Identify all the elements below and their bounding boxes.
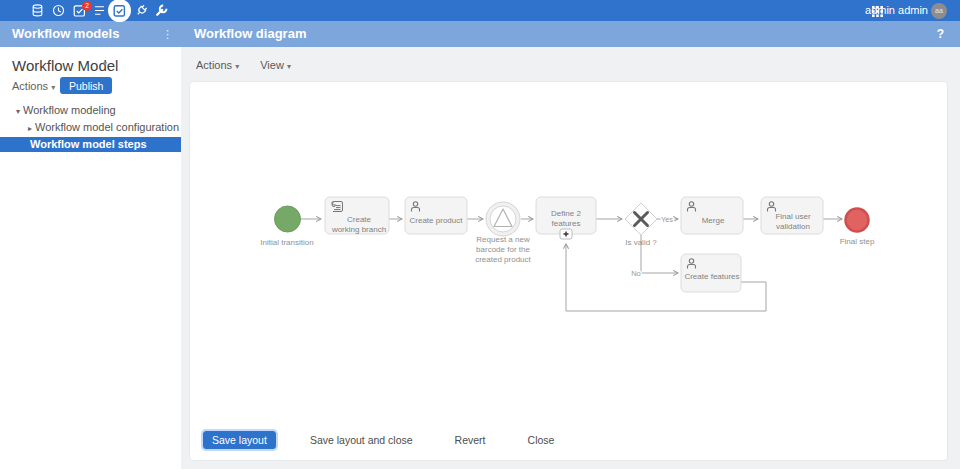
form-menubar: Actions ▾ View ▾ [196, 59, 309, 71]
node-end-event[interactable]: Final step [840, 209, 875, 247]
help-icon[interactable]: ? [937, 21, 944, 47]
svg-text:Initial transition: Initial transition [260, 238, 313, 247]
node-barcode-event[interactable]: Request a new barcode for the created pr… [475, 202, 531, 264]
workflow-check-icon[interactable] [108, 0, 131, 22]
close-button[interactable]: Close [520, 431, 563, 449]
sidebar: Workflow Model ▾ Actions ▾ Publish ▾Work… [0, 47, 181, 469]
node-final-user-validation[interactable]: Final user validation [761, 197, 823, 234]
page-title: Workflow diagram [194, 21, 306, 47]
svg-text:Final user: Final user [775, 212, 810, 221]
revert-button[interactable]: Revert [447, 431, 494, 449]
svg-text:Is valid ?: Is valid ? [625, 238, 657, 247]
actions-menu[interactable]: Actions ▾ [196, 59, 239, 71]
page-header: Workflow models ⋮ Workflow diagram ? [0, 21, 960, 47]
footer-buttons: Save layout Save layout and close Revert… [203, 431, 562, 449]
database-icon[interactable] [31, 4, 44, 17]
main-content: Actions ▾ View ▾ [181, 47, 960, 469]
tasks-icon[interactable]: 2 [73, 4, 86, 17]
chevron-down-icon: ▾ [235, 62, 239, 71]
svg-text:working branch: working branch [331, 225, 386, 234]
tasks-badge: 2 [82, 1, 92, 11]
plug-icon[interactable] [135, 4, 148, 17]
save-layout-button[interactable]: Save layout [203, 431, 276, 449]
svg-text:features: features [552, 219, 581, 228]
svg-text:Create: Create [347, 215, 372, 224]
wrench-icon[interactable] [155, 4, 168, 17]
chevron-down-icon: ▾ [287, 62, 291, 71]
chevron-down-icon[interactable]: ▾ [103, 59, 107, 68]
node-create-features[interactable]: Create features [681, 254, 741, 292]
publish-button[interactable]: Publish [60, 77, 112, 94]
node-create-working-branch[interactable]: Create working branch [325, 197, 389, 234]
edge-label-yes: Yes [661, 215, 673, 224]
svg-text:Define 2: Define 2 [551, 209, 581, 218]
tree-item-workflow-model-configuration[interactable]: ▸Workflow model configuration [0, 120, 181, 135]
top-app-bar: 2 admin admi [0, 0, 960, 21]
diagram-panel: Yes No Initial transition Create [189, 81, 948, 461]
more-options-icon[interactable]: ⋮ [162, 21, 173, 47]
workflow-diagram-canvas[interactable]: Yes No Initial transition Create [190, 82, 947, 406]
node-start-event[interactable]: Initial transition [260, 206, 313, 247]
svg-text:Create features: Create features [684, 272, 739, 281]
log-icon[interactable] [93, 4, 106, 17]
svg-text:Final step: Final step [840, 237, 875, 246]
sidebar-actions-menu[interactable]: Actions ▾ [12, 80, 55, 92]
chevron-down-icon: ▾ [51, 83, 55, 92]
tree-item-workflow-modeling[interactable]: ▾Workflow modeling [0, 103, 181, 118]
sidebar-panel-title: Workflow models [12, 21, 119, 47]
tree-item-workflow-model-steps[interactable]: Workflow model steps [0, 137, 181, 152]
avatar[interactable]: aa [931, 3, 947, 19]
tree-expander-icon[interactable]: ▾ [13, 104, 23, 118]
svg-text:Create product: Create product [410, 216, 464, 225]
user-name[interactable]: admin admin [865, 0, 928, 21]
svg-text:created product: created product [475, 255, 531, 264]
node-gateway-is-valid[interactable]: Is valid ? [625, 203, 657, 247]
subprocess-plus-icon[interactable] [560, 229, 572, 239]
view-menu[interactable]: View ▾ [260, 59, 291, 71]
node-create-product[interactable]: Create product [405, 197, 467, 234]
workflow-tree: ▾Workflow modeling ▸Workflow model confi… [0, 103, 181, 154]
svg-text:validation: validation [776, 222, 810, 231]
svg-text:barcode for the: barcode for the [476, 245, 530, 254]
save-layout-and-close-button[interactable]: Save layout and close [302, 431, 421, 449]
node-merge[interactable]: Merge [681, 197, 743, 234]
tree-expander-icon[interactable]: ▸ [25, 121, 35, 135]
clock-icon[interactable] [52, 4, 65, 17]
node-define-features[interactable]: Define 2 features [536, 197, 596, 239]
edge-label-no: No [631, 269, 641, 278]
svg-text:Merge: Merge [702, 216, 725, 225]
svg-text:Request a new: Request a new [476, 235, 530, 244]
